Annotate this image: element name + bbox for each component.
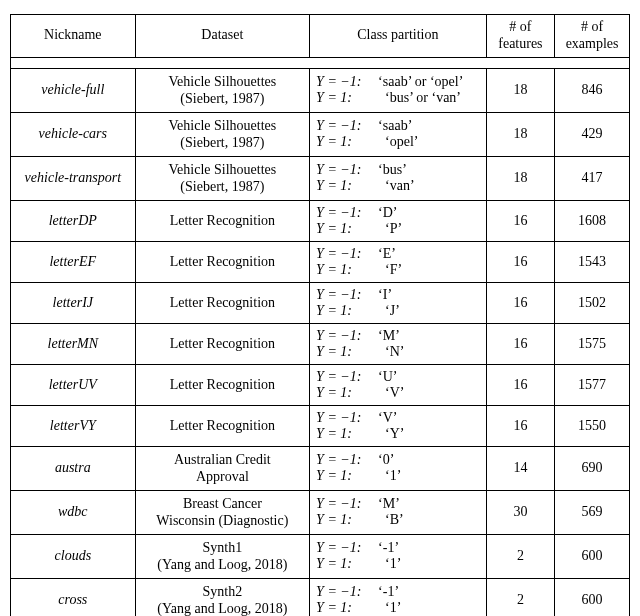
cell-partition: Y = −1:‘M’Y = 1: ‘N’ (310, 323, 487, 364)
partition-line: Y = −1:‘V’ (316, 410, 480, 426)
partition-line: Y = 1: ‘Y’ (316, 426, 480, 442)
partition-value: ‘1’ (378, 556, 401, 572)
cell-partition: Y = −1:‘saab’ or ‘opel’Y = 1: ‘bus’ or ‘… (310, 68, 487, 112)
cell-nickname: letterIJ (11, 282, 136, 323)
partition-value: ‘D’ (378, 205, 397, 221)
cell-examples: 569 (555, 490, 630, 534)
cell-features: 2 (486, 534, 555, 578)
table-header-row: Nickname Dataset Class partition # offea… (11, 15, 630, 58)
cell-features: 18 (486, 156, 555, 200)
partition-label: Y = −1: (316, 369, 378, 385)
partition-value: ‘P’ (378, 221, 402, 237)
cell-partition: Y = −1:‘0’Y = 1: ‘1’ (310, 446, 487, 490)
table-row: wdbcBreast CancerWisconsin (Diagnostic)Y… (11, 490, 630, 534)
partition-line: Y = −1:‘-1’ (316, 584, 480, 600)
partition-value: ‘V’ (378, 385, 404, 401)
partition-value: ‘N’ (378, 344, 404, 360)
partition-line: Y = 1: ‘1’ (316, 600, 480, 616)
partition-label: Y = −1: (316, 246, 378, 262)
partition-line: Y = 1: ‘1’ (316, 468, 480, 484)
partition-value: ‘U’ (378, 369, 397, 385)
cell-nickname: letterVY (11, 405, 136, 446)
cell-features: 30 (486, 490, 555, 534)
partition-label: Y = −1: (316, 410, 378, 426)
partition-value: ‘bus’ (378, 162, 407, 178)
header-dataset: Dataset (135, 15, 309, 58)
cell-nickname: letterUV (11, 364, 136, 405)
cell-features: 16 (486, 282, 555, 323)
cell-partition: Y = −1:‘I’Y = 1: ‘J’ (310, 282, 487, 323)
partition-label: Y = 1: (316, 344, 378, 360)
cell-dataset: Vehicle Silhouettes(Siebert, 1987) (135, 156, 309, 200)
partition-line: Y = −1:‘D’ (316, 205, 480, 221)
cell-features: 18 (486, 68, 555, 112)
partition-line: Y = −1:‘U’ (316, 369, 480, 385)
partition-value: ‘van’ (378, 178, 415, 194)
partition-line: Y = 1: ‘N’ (316, 344, 480, 360)
partition-line: Y = −1:‘-1’ (316, 540, 480, 556)
cell-nickname: vehicle-full (11, 68, 136, 112)
partition-value: ‘-1’ (378, 584, 399, 600)
cell-examples: 690 (555, 446, 630, 490)
cell-dataset: Australian CreditApproval (135, 446, 309, 490)
cell-dataset: Letter Recognition (135, 405, 309, 446)
partition-value: ‘B’ (378, 512, 404, 528)
table-row: letterEFLetter RecognitionY = −1:‘E’Y = … (11, 241, 630, 282)
cell-examples: 846 (555, 68, 630, 112)
cell-partition: Y = −1:‘saab’Y = 1: ‘opel’ (310, 112, 487, 156)
table-row: vehicle-fullVehicle Silhouettes(Siebert,… (11, 68, 630, 112)
partition-label: Y = 1: (316, 134, 378, 150)
partition-line: Y = −1:‘M’ (316, 496, 480, 512)
partition-label: Y = 1: (316, 556, 378, 572)
partition-line: Y = 1: ‘van’ (316, 178, 480, 194)
partition-line: Y = 1: ‘bus’ or ‘van’ (316, 90, 480, 106)
partition-label: Y = −1: (316, 74, 378, 90)
cell-nickname: cross (11, 578, 136, 616)
cell-examples: 417 (555, 156, 630, 200)
cell-examples: 1550 (555, 405, 630, 446)
partition-label: Y = 1: (316, 90, 378, 106)
partition-label: Y = 1: (316, 221, 378, 237)
cell-dataset: Letter Recognition (135, 241, 309, 282)
cell-features: 14 (486, 446, 555, 490)
cell-partition: Y = −1:‘E’Y = 1: ‘F’ (310, 241, 487, 282)
partition-value: ‘1’ (378, 468, 401, 484)
partition-value: ‘saab’ or ‘opel’ (378, 74, 463, 90)
cell-features: 16 (486, 241, 555, 282)
cell-dataset: Breast CancerWisconsin (Diagnostic) (135, 490, 309, 534)
partition-label: Y = 1: (316, 178, 378, 194)
partition-label: Y = 1: (316, 303, 378, 319)
partition-label: Y = −1: (316, 328, 378, 344)
cell-nickname: clouds (11, 534, 136, 578)
partition-label: Y = 1: (316, 468, 378, 484)
partition-value: ‘J’ (378, 303, 400, 319)
partition-value: ‘M’ (378, 328, 400, 344)
partition-value: ‘V’ (378, 410, 397, 426)
partition-label: Y = −1: (316, 452, 378, 468)
table-row: crossSynth2(Yang and Loog, 2018)Y = −1:‘… (11, 578, 630, 616)
cell-dataset: Letter Recognition (135, 282, 309, 323)
partition-label: Y = −1: (316, 540, 378, 556)
partition-value: ‘E’ (378, 246, 396, 262)
table-row: cloudsSynth1(Yang and Loog, 2018)Y = −1:… (11, 534, 630, 578)
cell-nickname: wdbc (11, 490, 136, 534)
table-row: letterDPLetter RecognitionY = −1:‘D’Y = … (11, 200, 630, 241)
cell-examples: 600 (555, 534, 630, 578)
partition-line: Y = 1: ‘P’ (316, 221, 480, 237)
page-root: Nickname Dataset Class partition # offea… (0, 0, 640, 616)
partition-line: Y = 1: ‘1’ (316, 556, 480, 572)
partition-label: Y = −1: (316, 205, 378, 221)
partition-line: Y = 1: ‘opel’ (316, 134, 480, 150)
cell-examples: 1608 (555, 200, 630, 241)
partition-value: ‘1’ (378, 600, 401, 616)
table-row: vehicle-transportVehicle Silhouettes(Sie… (11, 156, 630, 200)
cell-nickname: vehicle-cars (11, 112, 136, 156)
cell-partition: Y = −1:‘bus’Y = 1: ‘van’ (310, 156, 487, 200)
partition-value: ‘M’ (378, 496, 400, 512)
partition-line: Y = 1: ‘V’ (316, 385, 480, 401)
cell-examples: 1502 (555, 282, 630, 323)
cell-partition: Y = −1:‘V’Y = 1: ‘Y’ (310, 405, 487, 446)
cell-nickname: letterMN (11, 323, 136, 364)
partition-label: Y = −1: (316, 118, 378, 134)
partition-label: Y = 1: (316, 426, 378, 442)
